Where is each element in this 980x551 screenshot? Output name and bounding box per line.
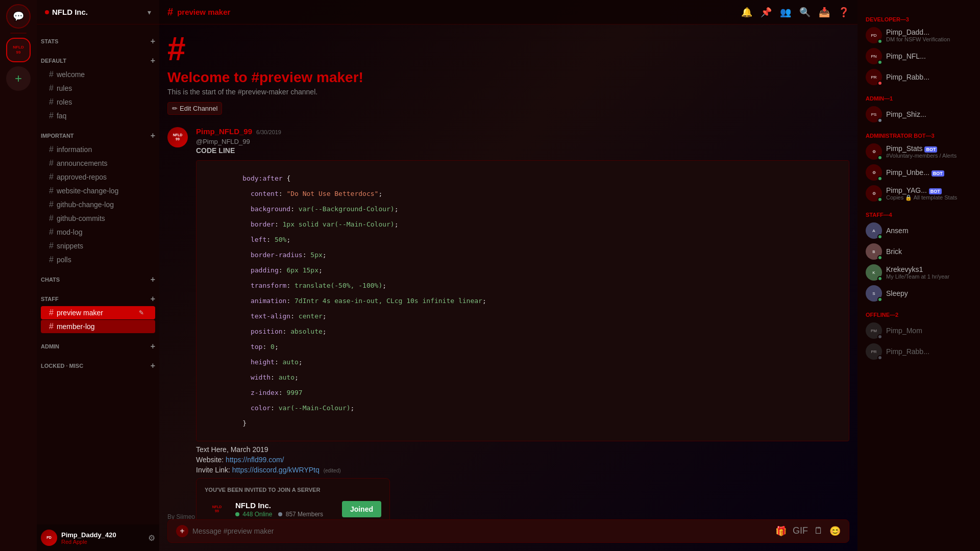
pin-icon[interactable]: 📌: [761, 7, 772, 18]
chevron-down-icon: ▾: [148, 8, 151, 16]
user-name: Pimp_Daddy_420: [61, 531, 144, 539]
channel-approved-repos[interactable]: # approved-repos: [41, 170, 155, 184]
invite-card: YOU'VE BEEN INVITED TO JOIN A SERVER NFL…: [196, 478, 390, 519]
member-pimp-unbe[interactable]: ⚙ Pimp_Unbe... BOT: [862, 162, 976, 183]
hash-icon: #: [49, 145, 54, 154]
welcome-title: Welcome to #preview maker!: [167, 69, 849, 86]
channel-rules[interactable]: # rules: [41, 82, 155, 95]
invite-member-count: 857 Members: [278, 511, 323, 518]
member-krekevyks1[interactable]: K Krekevyks1 My Life/Team at 1 hr/year: [862, 262, 976, 283]
channel-edit-icon[interactable]: ✎: [139, 309, 144, 316]
emoji-icon[interactable]: 😊: [829, 525, 841, 537]
category-stats[interactable]: STATS +: [37, 29, 159, 48]
channel-github-change-log[interactable]: # github-change-log: [41, 198, 155, 211]
message-body-text-1: Text Here, March 2019: [196, 445, 849, 454]
user-settings-icon[interactable]: ⚙: [148, 533, 155, 543]
website-link[interactable]: https://nfld99.com/: [226, 456, 284, 464]
add-chats-channel[interactable]: +: [151, 275, 155, 284]
channel-header-name: preview maker: [177, 8, 230, 16]
member-name: Krekevyks1: [886, 265, 972, 273]
channel-snippets[interactable]: # snippets: [41, 239, 155, 253]
add-staff-channel[interactable]: +: [151, 294, 155, 304]
message-content: Pimp_NFLD_99 6/30/2019 @Pimp_NFLD_99 COD…: [196, 127, 849, 519]
add-attachment-button[interactable]: +: [176, 525, 188, 537]
category-admin[interactable]: ADMIN +: [37, 334, 159, 353]
edit-channel-button[interactable]: ✏ Edit Channel: [167, 102, 222, 115]
server-icon-nfld[interactable]: NFLD99: [6, 38, 31, 62]
channel-github-commits[interactable]: # github-commits: [41, 212, 155, 225]
member-pimp-mom[interactable]: PM Pimp_Mom: [862, 320, 976, 341]
message-group: NFLD99 Pimp_NFLD_99 6/30/2019 @Pimp_NFLD…: [167, 127, 849, 519]
speech-bubble-icon[interactable]: 💬: [6, 4, 31, 29]
member-avatar: PD: [866, 27, 882, 43]
member-pimp-rabb[interactable]: PR Pimp_Rabb...: [862, 67, 976, 87]
invite-url-link[interactable]: https://discord.gg/kWRYPtq: [232, 466, 320, 474]
member-sleepy[interactable]: S Sleepy: [862, 283, 976, 304]
member-avatar: S: [866, 285, 882, 302]
hash-icon: #: [49, 111, 54, 120]
gif-icon[interactable]: GIF: [793, 525, 808, 537]
member-pimp-rabb2[interactable]: PR Pimp_Rabb...: [862, 341, 976, 362]
sticker-icon[interactable]: 🗒: [814, 525, 823, 537]
channel-information[interactable]: # information: [41, 143, 155, 156]
invite-server-name: NFLD Inc.: [235, 501, 323, 510]
member-avatar: PS: [866, 106, 882, 122]
channel-delete-icon[interactable]: ✕: [146, 309, 151, 316]
welcome-hash-symbol: #: [167, 33, 849, 65]
member-category-staff: STAFF—4: [862, 208, 976, 220]
gift-icon[interactable]: 🎁: [775, 525, 787, 537]
add-admin-channel[interactable]: +: [151, 342, 155, 351]
search-icon[interactable]: 🔍: [799, 7, 811, 18]
category-staff[interactable]: STAFF +: [37, 286, 159, 306]
add-default-channel[interactable]: +: [151, 56, 155, 65]
add-stats-channel[interactable]: +: [151, 37, 155, 46]
member-brick[interactable]: B Brick: [862, 241, 976, 262]
channel-website-change-log[interactable]: # website-change-log: [41, 184, 155, 197]
message-input[interactable]: [192, 520, 771, 542]
member-info: Pimp_YAG... BOT Copies 🔒 All template St…: [886, 186, 972, 201]
help-icon[interactable]: ❓: [838, 7, 849, 18]
member-pimp-nfl[interactable]: PN Pimp_NFL...: [862, 46, 976, 66]
bot-badge: BOT: [929, 188, 942, 194]
message-input-box: + 🎁 GIF 🗒 😊: [167, 519, 849, 543]
hash-icon: #: [49, 308, 54, 317]
member-avatar: K: [866, 264, 882, 281]
category-chats[interactable]: CHATS +: [37, 267, 159, 286]
channel-announcements[interactable]: # announcements: [41, 157, 155, 170]
member-name: Brick: [886, 247, 972, 256]
message-input-area: + 🎁 GIF 🗒 😊: [159, 519, 857, 551]
channel-polls[interactable]: # polls: [41, 253, 155, 266]
server-header[interactable]: NFLD Inc. ▾: [37, 0, 159, 24]
add-server-icon[interactable]: +: [6, 66, 31, 91]
channel-roles[interactable]: # roles: [41, 95, 155, 109]
member-ansem[interactable]: A Ansem: [862, 220, 976, 241]
message-invite-line: Invite Link: https://discord.gg/kWRYPtq …: [196, 466, 849, 474]
member-pimp-stats[interactable]: ⚙ Pimp_Stats BOT #Voluntary-members / Al…: [862, 141, 976, 162]
invite-join-button[interactable]: Joined: [342, 501, 381, 517]
category-important[interactable]: IMPORTANT +: [37, 123, 159, 142]
category-locked-misc[interactable]: LOCKED · MISC +: [37, 353, 159, 372]
hash-icon: #: [49, 84, 54, 93]
messages-area[interactable]: # Welcome to #preview maker! This is the…: [159, 24, 857, 519]
add-locked-misc-channel[interactable]: +: [151, 361, 155, 370]
hash-icon: #: [49, 186, 54, 195]
inbox-icon[interactable]: 📥: [819, 7, 830, 18]
category-default[interactable]: DEFAULT +: [37, 48, 159, 67]
channel-welcome[interactable]: # welcome: [41, 68, 155, 81]
member-pimp-dadd[interactable]: PD Pimp_Dadd... DM for NSFW Verification: [862, 25, 976, 45]
add-important-channel[interactable]: +: [151, 131, 155, 140]
member-pimp-shiz[interactable]: PS Pimp_Shiz...: [862, 104, 976, 124]
server-online-dot: [45, 10, 49, 14]
user-info: Pimp_Daddy_420 Red Apple: [61, 531, 144, 545]
channel-faq[interactable]: # faq: [41, 109, 155, 122]
members-icon[interactable]: 👥: [780, 7, 791, 18]
member-name: Pimp_NFL...: [886, 52, 972, 60]
channel-member-log[interactable]: # member-log: [41, 320, 155, 333]
member-pimp-yag[interactable]: ⚙ Pimp_YAG... BOT Copies 🔒 All template …: [862, 183, 976, 204]
hash-icon: #: [49, 200, 54, 209]
channel-preview-maker[interactable]: # preview maker ✎ ✕: [41, 306, 155, 319]
member-name: Pimp_Unbe... BOT: [886, 168, 972, 177]
bell-icon[interactable]: 🔔: [741, 7, 752, 18]
hash-icon: #: [49, 322, 54, 331]
channel-mod-log[interactable]: # mod-log: [41, 226, 155, 239]
